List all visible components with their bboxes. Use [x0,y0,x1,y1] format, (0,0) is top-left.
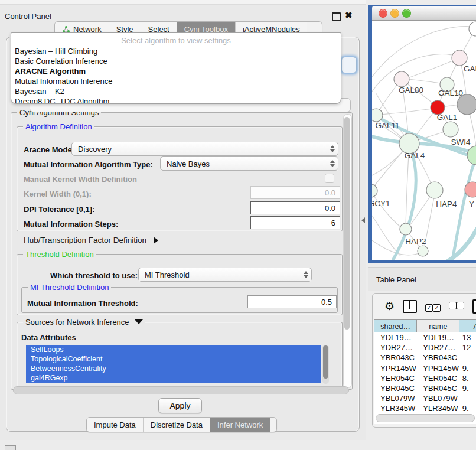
algorithm-dropdown-placeholder: Select algorithm to view settings [11,33,341,46]
mi-type-combobox[interactable]: Naive Bayes [160,156,338,171]
network-edge-thick[interactable] [443,229,476,260]
network-node-hap4[interactable] [426,182,443,198]
attributes-scrollbar-thumb[interactable] [323,345,328,379]
algorithm-dropdown-list: Bayesian – Hill ClimbingBasic Correlatio… [11,46,341,104]
algorithm-option[interactable]: Basic Correlation Inference [11,56,341,66]
table-row[interactable]: YDR27…YDR27…12 [374,343,476,353]
network-node-swi4[interactable] [467,146,476,165]
algorithm-definition-title: Algorithm Definition [23,122,94,131]
network-node-label: GAL4 [405,151,425,160]
network-edge[interactable] [409,79,441,83]
algorithm-combobox-fragment[interactable] [341,57,357,73]
network-window-titlebar[interactable] [372,6,476,21]
table-row[interactable]: YBR045CYBR045C9. [374,383,476,393]
table-row[interactable]: YBR043CYBR043C [374,353,476,363]
algorithm-dropdown-popup: Select algorithm to view settings Bayesi… [11,32,341,104]
algorithm-option[interactable]: ARACNE Algorithm [11,66,341,76]
table-cell: YPR145W [374,364,417,373]
table-column-header[interactable]: A [459,319,476,332]
mi-type-label: Mutual Information Algorithm Type: [24,160,153,169]
aracne-mode-combobox[interactable]: Discovery [71,142,338,156]
mi-threshold-field[interactable]: 0.5 [247,295,337,308]
manual-kernel-label: Manual Kernel Width Definition [24,175,137,184]
algorithm-option[interactable]: Dream8 DC_TDC Algorithm [11,96,341,104]
float-window-icon[interactable] [332,12,341,21]
network-node-hap2[interactable] [400,223,412,235]
table-row[interactable]: YBL079WYBL079W [374,393,476,403]
table-row[interactable]: YPR145WYPR145W9. [374,363,476,373]
table-cell: YDR27… [417,343,459,352]
kernel-width-label: Kernel Width (0,1): [24,190,92,198]
attributes-scrollbar-track[interactable] [322,345,329,384]
kernel-width-field[interactable]: 0.0 [250,186,340,199]
network-graph[interactable]: GALGAL80GAL10GAL1GAL11SWI4GAL4GCY1HAP4YH… [372,21,476,260]
network-node-gal11[interactable] [372,109,383,122]
deselect-all-checkboxes-icon[interactable] [449,301,464,312]
table-column-header[interactable]: name [417,319,459,332]
network-node-gcy1[interactable] [372,184,377,197]
close-traffic-light-icon[interactable] [379,9,387,18]
stepper-icon [301,271,311,278]
mi-type-value: Naive Bayes [161,159,327,168]
settings-scrollbar-thumb[interactable] [344,117,350,330]
which-threshold-combobox[interactable]: MI Threshold [138,268,312,282]
control-panel-titlebar: Control Panel ✖ [0,5,366,19]
attribute-list-item[interactable]: gal4RGexp [26,373,321,383]
screenshot-root: Control Panel ✖ NetworkStyleSelectCyni T… [0,0,476,450]
algorithm-option[interactable]: Mutual Information Inference [11,76,341,86]
bottom-left-partial-icon[interactable] [5,445,16,450]
which-threshold-value: MI Threshold [139,270,301,279]
columns-icon[interactable] [403,300,417,313]
table-row[interactable]: YER054CYER054C8. [374,373,476,383]
panel-collapse-arrow-icon[interactable] [361,217,365,223]
network-node-label: HAP2 [405,237,426,246]
settings-scrollbar-track[interactable] [343,114,352,388]
select-all-checkboxes-icon[interactable]: ✓✓ [425,301,441,312]
table-cell: YLR345W [374,404,417,413]
attribute-list-item[interactable]: SelfLoops [26,345,321,354]
attribute-list-item[interactable]: TopologicalCoefficient [26,354,321,364]
network-node-gal1[interactable] [443,122,458,137]
network-node-label: SWI4 [451,138,470,146]
hub-definition-toggle[interactable]: Hub/Transcription Factor Definition [24,236,158,244]
settings-hscrollbar-thumb[interactable] [13,386,349,394]
tab-infer-network[interactable]: Infer Network [210,418,270,432]
network-canvas[interactable]: GALGAL80GAL10GAL1GAL11SWI4GAL4GCY1HAP4YH… [372,21,476,260]
table-toolbar: ⚙ ✓✓ [373,298,476,315]
table-panel-title: Table Panel [376,275,416,284]
mi-steps-field[interactable]: 6 [250,216,340,229]
network-node-gal80[interactable] [394,71,409,87]
network-node[interactable] [457,94,476,115]
table-cell: 9. [460,404,476,413]
network-edge[interactable] [408,58,459,78]
gear-icon[interactable]: ⚙ [384,301,395,312]
page-icon[interactable] [472,299,476,314]
network-node-label: GAL11 [375,121,399,130]
attribute-list-item[interactable]: BetweennessCentrality [26,364,321,373]
table-panel-box: ⚙ ✓✓ shared…nameA YDL19…YDL19…13YDR27…YD… [372,293,476,428]
network-edge[interactable] [372,216,400,256]
tab-impute-data[interactable]: Impute Data [87,418,144,432]
threshold-definition-title: Threshold Definition [23,250,96,259]
zoom-traffic-light-icon[interactable] [402,9,411,18]
network-node-gal4[interactable] [399,133,419,154]
network-node[interactable] [469,22,476,36]
table-hscrollbar[interactable] [376,414,475,422]
apply-button[interactable]: Apply [158,398,202,413]
network-node[interactable] [418,246,428,256]
table-cell: 13 [460,333,476,342]
table-row[interactable]: YLR345WYLR345W9. [374,403,476,413]
data-attributes-list: SelfLoopsTopologicalCoefficientBetweenne… [26,345,321,383]
algorithm-option[interactable]: Bayesian – K2 [11,86,341,96]
table-column-header[interactable]: shared… [374,319,417,332]
tab-discretize-data[interactable]: Discretize Data [144,418,210,432]
minimize-traffic-light-icon[interactable] [390,9,399,18]
network-node-gal[interactable] [452,50,467,66]
close-icon[interactable]: ✖ [345,10,353,21]
manual-kernel-checkbox[interactable] [325,174,334,183]
table-row[interactable]: YDL19…YDL19…13 [374,332,476,343]
dpi-tolerance-field[interactable]: 0.0 [250,201,340,214]
table-cell: YDL19… [417,333,459,342]
algorithm-option[interactable]: Bayesian – Hill Climbing [11,46,341,56]
sources-group-title[interactable]: Sources for Network Inference [23,318,145,327]
